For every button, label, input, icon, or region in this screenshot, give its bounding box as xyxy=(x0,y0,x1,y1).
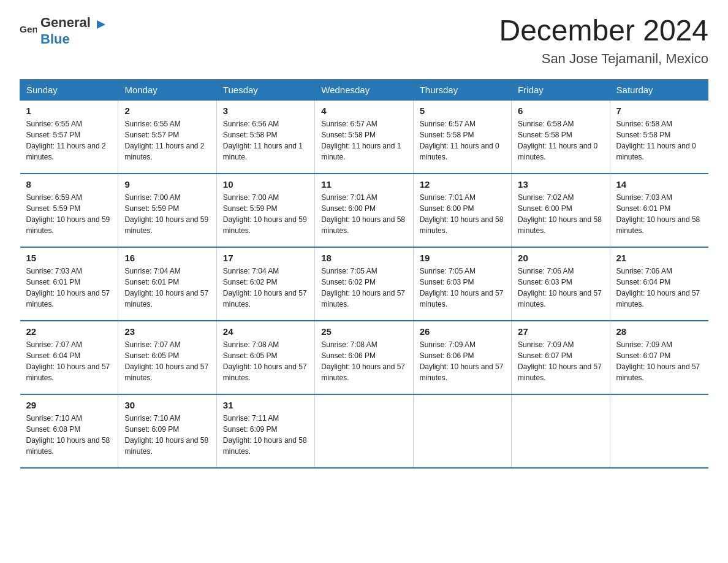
day-number: 10 xyxy=(223,179,308,190)
day-info: Sunrise: 6:57 AMSunset: 5:58 PMDaylight:… xyxy=(321,120,401,161)
day-number: 30 xyxy=(124,400,210,410)
calendar-cell xyxy=(610,394,708,468)
week-row-5: 29 Sunrise: 7:10 AMSunset: 6:08 PMDaylig… xyxy=(20,394,708,468)
day-info: Sunrise: 7:00 AMSunset: 5:59 PMDaylight:… xyxy=(124,193,208,235)
calendar-cell xyxy=(413,394,511,468)
day-info: Sunrise: 7:01 AMSunset: 6:00 PMDaylight:… xyxy=(321,193,405,235)
day-info: Sunrise: 7:05 AMSunset: 6:02 PMDaylight:… xyxy=(321,267,405,308)
day-info: Sunrise: 6:55 AMSunset: 5:57 PMDaylight:… xyxy=(124,120,204,161)
calendar-cell: 5 Sunrise: 6:57 AMSunset: 5:58 PMDayligh… xyxy=(413,100,511,174)
logo-general: General xyxy=(40,15,91,30)
page-header: General General Blue December 2024 San J… xyxy=(20,15,708,67)
day-number: 24 xyxy=(223,326,308,337)
calendar-cell: 13 Sunrise: 7:02 AMSunset: 6:00 PMDaylig… xyxy=(512,174,610,247)
day-info: Sunrise: 7:09 AMSunset: 6:07 PMDaylight:… xyxy=(616,340,700,382)
day-info: Sunrise: 6:57 AMSunset: 5:58 PMDaylight:… xyxy=(420,120,499,161)
weekday-header-saturday: Saturday xyxy=(610,79,708,100)
logo-icon: General xyxy=(20,22,37,39)
day-info: Sunrise: 6:59 AMSunset: 5:59 PMDaylight:… xyxy=(26,193,110,235)
day-number: 20 xyxy=(518,253,603,263)
month-title: December 2024 xyxy=(499,15,708,47)
day-number: 27 xyxy=(518,326,603,337)
calendar-cell: 2 Sunrise: 6:55 AMSunset: 5:57 PMDayligh… xyxy=(118,100,216,174)
calendar-cell: 16 Sunrise: 7:04 AMSunset: 6:01 PMDaylig… xyxy=(118,247,216,321)
weekday-header-tuesday: Tuesday xyxy=(216,79,314,100)
day-info: Sunrise: 7:07 AMSunset: 6:05 PMDaylight:… xyxy=(124,340,208,382)
day-info: Sunrise: 7:08 AMSunset: 6:05 PMDaylight:… xyxy=(223,340,307,382)
day-info: Sunrise: 6:56 AMSunset: 5:58 PMDaylight:… xyxy=(223,120,303,161)
day-info: Sunrise: 6:58 AMSunset: 5:58 PMDaylight:… xyxy=(616,120,696,161)
day-number: 16 xyxy=(124,253,210,263)
day-number: 15 xyxy=(26,253,112,263)
weekday-header-thursday: Thursday xyxy=(413,79,511,100)
calendar-cell: 21 Sunrise: 7:06 AMSunset: 6:04 PMDaylig… xyxy=(610,247,708,321)
day-number: 14 xyxy=(616,179,702,190)
calendar-cell: 12 Sunrise: 7:01 AMSunset: 6:00 PMDaylig… xyxy=(413,174,511,247)
day-info: Sunrise: 7:10 AMSunset: 6:09 PMDaylight:… xyxy=(124,414,208,456)
day-info: Sunrise: 7:06 AMSunset: 6:03 PMDaylight:… xyxy=(518,267,602,308)
calendar-cell: 10 Sunrise: 7:00 AMSunset: 5:59 PMDaylig… xyxy=(216,174,314,247)
calendar-cell: 27 Sunrise: 7:09 AMSunset: 6:07 PMDaylig… xyxy=(512,321,610,394)
week-row-3: 15 Sunrise: 7:03 AMSunset: 6:01 PMDaylig… xyxy=(20,247,708,321)
calendar-cell: 20 Sunrise: 7:06 AMSunset: 6:03 PMDaylig… xyxy=(512,247,610,321)
weekday-header-wednesday: Wednesday xyxy=(315,79,413,100)
day-info: Sunrise: 7:09 AMSunset: 6:06 PMDaylight:… xyxy=(420,340,504,382)
week-row-4: 22 Sunrise: 7:07 AMSunset: 6:04 PMDaylig… xyxy=(20,321,708,394)
day-number: 11 xyxy=(321,179,406,190)
day-info: Sunrise: 6:55 AMSunset: 5:57 PMDaylight:… xyxy=(26,120,106,161)
day-info: Sunrise: 7:00 AMSunset: 5:59 PMDaylight:… xyxy=(223,193,307,235)
calendar-cell: 8 Sunrise: 6:59 AMSunset: 5:59 PMDayligh… xyxy=(20,174,118,247)
calendar-cell: 15 Sunrise: 7:03 AMSunset: 6:01 PMDaylig… xyxy=(20,247,118,321)
day-info: Sunrise: 7:11 AMSunset: 6:09 PMDaylight:… xyxy=(223,414,307,456)
calendar-table: SundayMondayTuesdayWednesdayThursdayFrid… xyxy=(20,79,708,469)
day-number: 23 xyxy=(124,326,210,337)
day-info: Sunrise: 7:01 AMSunset: 6:00 PMDaylight:… xyxy=(420,193,504,235)
day-number: 9 xyxy=(124,179,210,190)
logo: General General Blue xyxy=(20,15,108,47)
weekday-header-friday: Friday xyxy=(512,79,610,100)
day-number: 19 xyxy=(420,253,505,263)
day-number: 18 xyxy=(321,253,406,263)
day-number: 13 xyxy=(518,179,603,190)
calendar-cell: 7 Sunrise: 6:58 AMSunset: 5:58 PMDayligh… xyxy=(610,100,708,174)
day-number: 5 xyxy=(420,105,505,116)
calendar-cell: 1 Sunrise: 6:55 AMSunset: 5:57 PMDayligh… xyxy=(20,100,118,174)
calendar-cell: 17 Sunrise: 7:04 AMSunset: 6:02 PMDaylig… xyxy=(216,247,314,321)
day-number: 26 xyxy=(420,326,505,337)
day-info: Sunrise: 7:08 AMSunset: 6:06 PMDaylight:… xyxy=(321,340,405,382)
calendar-cell xyxy=(315,394,413,468)
day-info: Sunrise: 7:06 AMSunset: 6:04 PMDaylight:… xyxy=(616,267,700,308)
day-number: 22 xyxy=(26,326,112,337)
calendar-cell: 3 Sunrise: 6:56 AMSunset: 5:58 PMDayligh… xyxy=(216,100,314,174)
day-number: 31 xyxy=(223,400,308,410)
day-number: 21 xyxy=(616,253,702,263)
calendar-cell: 23 Sunrise: 7:07 AMSunset: 6:05 PMDaylig… xyxy=(118,321,216,394)
week-row-2: 8 Sunrise: 6:59 AMSunset: 5:59 PMDayligh… xyxy=(20,174,708,247)
calendar-cell: 30 Sunrise: 7:10 AMSunset: 6:09 PMDaylig… xyxy=(118,394,216,468)
calendar-cell: 9 Sunrise: 7:00 AMSunset: 5:59 PMDayligh… xyxy=(118,174,216,247)
day-info: Sunrise: 7:09 AMSunset: 6:07 PMDaylight:… xyxy=(518,340,602,382)
logo-blue: Blue xyxy=(40,31,70,47)
calendar-cell: 11 Sunrise: 7:01 AMSunset: 6:00 PMDaylig… xyxy=(315,174,413,247)
logo-flag-icon xyxy=(94,18,108,31)
svg-marker-1 xyxy=(97,20,105,29)
calendar-cell: 6 Sunrise: 6:58 AMSunset: 5:58 PMDayligh… xyxy=(512,100,610,174)
calendar-cell: 14 Sunrise: 7:03 AMSunset: 6:01 PMDaylig… xyxy=(610,174,708,247)
day-number: 2 xyxy=(124,105,210,116)
day-info: Sunrise: 7:03 AMSunset: 6:01 PMDaylight:… xyxy=(616,193,700,235)
location-title: San Jose Tejamanil, Mexico xyxy=(499,51,708,67)
calendar-cell xyxy=(512,394,610,468)
weekday-header-row: SundayMondayTuesdayWednesdayThursdayFrid… xyxy=(20,79,708,100)
day-info: Sunrise: 7:07 AMSunset: 6:04 PMDaylight:… xyxy=(26,340,110,382)
day-info: Sunrise: 7:10 AMSunset: 6:08 PMDaylight:… xyxy=(26,414,110,456)
day-info: Sunrise: 6:58 AMSunset: 5:58 PMDaylight:… xyxy=(518,120,597,161)
calendar-cell: 19 Sunrise: 7:05 AMSunset: 6:03 PMDaylig… xyxy=(413,247,511,321)
day-number: 12 xyxy=(420,179,505,190)
day-info: Sunrise: 7:05 AMSunset: 6:03 PMDaylight:… xyxy=(420,267,504,308)
day-info: Sunrise: 7:03 AMSunset: 6:01 PMDaylight:… xyxy=(26,267,110,308)
day-info: Sunrise: 7:04 AMSunset: 6:02 PMDaylight:… xyxy=(223,267,307,308)
day-number: 17 xyxy=(223,253,308,263)
day-info: Sunrise: 7:02 AMSunset: 6:00 PMDaylight:… xyxy=(518,193,602,235)
calendar-cell: 24 Sunrise: 7:08 AMSunset: 6:05 PMDaylig… xyxy=(216,321,314,394)
day-number: 25 xyxy=(321,326,406,337)
